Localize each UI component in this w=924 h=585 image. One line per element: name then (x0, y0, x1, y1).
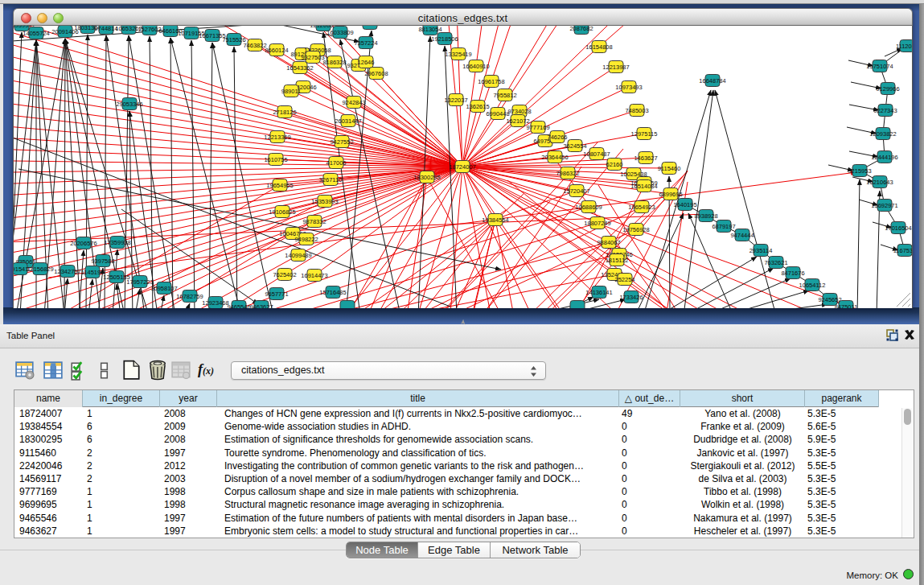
svg-text:9129966: 9129966 (876, 85, 899, 93)
svg-text:29053346: 29053346 (116, 101, 142, 108)
svg-text:9227343: 9227343 (873, 107, 897, 114)
svg-text:8471676: 8471676 (781, 270, 804, 277)
svg-text:20364456: 20364456 (541, 154, 568, 161)
svg-text:9734028: 9734028 (507, 108, 531, 115)
svg-text:989011: 989011 (281, 88, 301, 95)
svg-text:1167531: 1167531 (893, 247, 912, 254)
svg-text:18724007: 18724007 (449, 163, 475, 171)
svg-text:10973493: 10973493 (615, 84, 642, 91)
svg-text:12444196: 12444196 (871, 154, 897, 161)
svg-text:15692971: 15692971 (871, 202, 897, 209)
svg-text:9474444: 9474444 (730, 232, 754, 239)
svg-text:19654955: 19654955 (266, 182, 293, 189)
svg-text:15716485: 15716485 (319, 289, 346, 296)
svg-text:14136141: 14136141 (585, 289, 612, 296)
svg-text:12156829: 12156829 (27, 266, 53, 273)
svg-text:16154808: 16154808 (585, 43, 612, 51)
svg-text:19106825: 19106825 (269, 208, 295, 216)
svg-text:16648784: 16648784 (699, 77, 725, 84)
svg-text:1463627: 1463627 (634, 154, 657, 162)
svg-text:9242843: 9242843 (342, 99, 365, 106)
svg-text:13325419: 13325419 (445, 51, 471, 58)
svg-text:20206576: 20206576 (70, 240, 97, 247)
svg-text:9115460: 9115460 (658, 165, 681, 172)
svg-text:19654923: 19654923 (628, 204, 655, 211)
svg-text:9777169: 9777169 (526, 124, 549, 131)
svg-text:8186328: 8186328 (322, 59, 346, 66)
svg-text:9327503: 9327503 (301, 54, 324, 61)
svg-text:12923468: 12923468 (202, 299, 228, 307)
svg-text:2935114: 2935114 (749, 247, 773, 254)
svg-text:19384554: 19384554 (482, 216, 508, 224)
svg-text:12213369: 12213369 (264, 134, 290, 141)
svg-text:1610755: 1610755 (264, 156, 287, 163)
svg-text:8660124: 8660124 (265, 47, 288, 54)
svg-text:10807487: 10807487 (583, 150, 610, 158)
svg-text:26031447: 26031447 (335, 117, 361, 125)
svg-text:12646: 12646 (358, 59, 375, 66)
svg-text:15353993: 15353993 (311, 198, 338, 205)
svg-text:19218506: 19218506 (431, 35, 458, 43)
svg-text:12093822: 12093822 (869, 130, 896, 138)
svg-text:7955812: 7955812 (493, 92, 516, 99)
svg-text:7986322: 7986322 (556, 170, 579, 177)
svg-text:12975115: 12975115 (631, 130, 658, 138)
svg-text:3215953: 3215953 (848, 167, 871, 175)
svg-text:9878332: 9878332 (302, 218, 326, 225)
svg-text:1640195: 1640195 (673, 201, 696, 208)
svg-text:6899695: 6899695 (659, 191, 682, 198)
svg-text:3267110: 3267110 (319, 176, 343, 183)
svg-text:8813054: 8813054 (418, 26, 441, 33)
svg-text:20837: 20837 (362, 26, 379, 27)
svg-text:6990448: 6990448 (486, 110, 509, 117)
svg-text:15751074: 15751074 (866, 63, 893, 70)
svg-text:16640910: 16640910 (462, 63, 489, 70)
svg-text:1527602: 1527602 (138, 26, 161, 33)
svg-text:9657771: 9657771 (265, 290, 288, 298)
svg-text:1733426: 1733426 (619, 294, 643, 301)
svg-text:6879197: 6879197 (712, 223, 735, 230)
svg-text:8475011: 8475011 (835, 303, 858, 309)
svg-text:417006: 417006 (326, 159, 346, 167)
svg-text:10958107: 10958107 (150, 285, 177, 292)
svg-text:8938928: 8938928 (694, 212, 717, 220)
svg-text:7463822: 7463822 (243, 42, 266, 49)
svg-text:10654112: 10654112 (799, 282, 826, 289)
svg-text:9884067: 9884067 (597, 239, 620, 246)
svg-text:12213987: 12213987 (602, 64, 629, 71)
svg-text:18807249: 18807249 (584, 220, 610, 227)
svg-text:9245652: 9245652 (818, 296, 841, 303)
svg-text:14055724: 14055724 (23, 30, 49, 37)
svg-text:2967608: 2967608 (364, 70, 388, 77)
svg-text:7632621: 7632621 (764, 259, 787, 266)
svg-text:2087682: 2087682 (569, 26, 593, 32)
svg-text:7625402: 7625402 (273, 271, 296, 278)
svg-text:9465546: 9465546 (227, 303, 250, 309)
svg-text:16514084: 16514084 (630, 183, 657, 190)
svg-text:16033809: 16033809 (326, 29, 353, 36)
svg-text:9463627: 9463627 (249, 303, 273, 309)
svg-text:1322037: 1322037 (444, 97, 467, 104)
svg-text:16961758: 16961758 (478, 78, 504, 85)
svg-text:15720407: 15720407 (563, 187, 589, 195)
svg-text:9397588: 9397588 (91, 257, 114, 265)
svg-text:9427552: 9427552 (330, 138, 353, 146)
svg-text:2718126: 2718126 (273, 109, 296, 116)
svg-text:17359938: 17359938 (104, 239, 130, 246)
svg-text:746266: 746266 (547, 134, 567, 141)
svg-text:18300295: 18300295 (413, 174, 440, 181)
svg-text:16914473: 16914473 (301, 272, 327, 279)
svg-text:7485003: 7485003 (625, 107, 648, 114)
svg-text:3624554: 3624554 (563, 142, 586, 150)
svg-text:252254: 252254 (614, 276, 634, 283)
svg-text:12342757: 12342757 (54, 268, 80, 275)
svg-text:14099489: 14099489 (285, 252, 311, 259)
svg-text:19756928: 19756928 (622, 226, 649, 233)
svg-text:17016504: 17016504 (885, 225, 911, 232)
svg-text:9744814: 9744814 (94, 26, 117, 32)
svg-text:7357224: 7357224 (354, 39, 377, 47)
svg-text:1815112: 1815112 (606, 257, 629, 264)
svg-text:16782759: 16782759 (176, 293, 203, 300)
svg-text:16210643: 16210643 (866, 179, 893, 186)
svg-text:1362615: 1362615 (466, 103, 489, 110)
